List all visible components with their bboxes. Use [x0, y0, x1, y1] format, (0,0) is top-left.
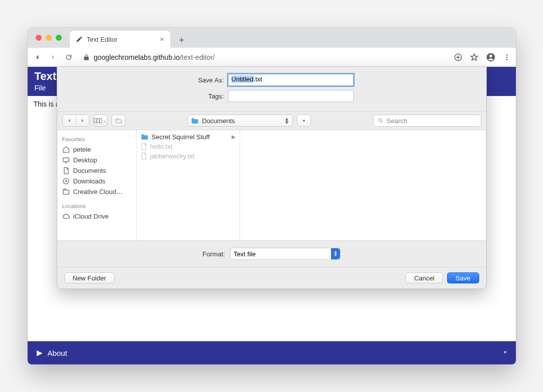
window-maximize-icon[interactable]	[56, 35, 62, 41]
finder-nav-row: ⌄ Documents ▲▼ Search	[57, 111, 486, 130]
folder-icon	[191, 118, 199, 124]
svg-rect-7	[97, 118, 99, 123]
back-button[interactable]	[33, 53, 42, 62]
search-icon	[378, 118, 384, 124]
sidebar-favorites-header: Favorites	[62, 136, 131, 142]
tags-field[interactable]	[228, 90, 354, 102]
window-controls	[32, 28, 66, 48]
menu-icon[interactable]	[503, 53, 511, 61]
sidebar-item-icloud[interactable]: iCloud Drive	[60, 211, 133, 222]
file-row[interactable]: hello.txt	[137, 142, 240, 151]
history-segment	[62, 115, 89, 127]
reload-button[interactable]	[65, 53, 73, 61]
group-icon[interactable]	[112, 115, 125, 126]
file-column-1: Secret Squirrel Stuff ▶ hello.txt jabber…	[137, 130, 240, 240]
svg-point-3	[506, 54, 507, 56]
tab-title: Text Editor	[87, 36, 118, 43]
address-bar[interactable]: googlechromelabs.github.io/text-editor/	[80, 53, 447, 61]
file-browser: Favorites petele Desktop Documents Downl…	[57, 130, 486, 241]
save-as-field[interactable]: Untitled.txt	[228, 74, 354, 86]
sidebar-item-creative-cloud[interactable]: Creative Cloud…	[60, 186, 133, 197]
svg-point-2	[489, 54, 492, 57]
file-row[interactable]: jabberwocky.txt	[137, 151, 240, 161]
new-tab-button[interactable]: +	[174, 33, 189, 48]
tags-label: Tags:	[67, 92, 228, 100]
folder-icon	[141, 134, 149, 140]
group-segment[interactable]	[112, 115, 126, 127]
app-footer: ▶ About *	[28, 341, 516, 364]
folder-row[interactable]: Secret Squirrel Stuff ▶	[137, 132, 240, 142]
save-as-label: Save As:	[67, 76, 228, 84]
collapse-button[interactable]	[297, 115, 311, 127]
sidebar-item-documents[interactable]: Documents	[60, 165, 133, 176]
svg-point-4	[506, 56, 507, 58]
save-dialog: Save As: Untitled.txt Tags: ⌄	[57, 66, 487, 289]
lock-icon	[83, 54, 90, 61]
view-segment[interactable]: ⌄	[93, 115, 107, 127]
finder-back-button[interactable]	[63, 115, 76, 126]
svg-point-10	[379, 119, 382, 122]
file-column-2	[240, 130, 486, 240]
sidebar: Favorites petele Desktop Documents Downl…	[57, 130, 137, 240]
window-minimize-icon[interactable]	[46, 35, 52, 41]
url-host: googlechromelabs.github.io	[94, 53, 180, 61]
chevron-right-icon: ▶	[232, 134, 236, 140]
svg-rect-13	[63, 190, 68, 194]
dialog-buttons: New Folder Cancel Save	[57, 267, 486, 288]
profile-icon[interactable]	[486, 52, 496, 62]
svg-point-5	[506, 59, 507, 60]
disclosure-icon[interactable]: ▶	[37, 348, 43, 357]
chevron-updown-icon: ▲▼	[331, 248, 340, 259]
location-popup[interactable]: Documents ▲▼	[187, 115, 293, 127]
url-path: /text-editor/	[180, 53, 215, 61]
tab-text-editor[interactable]: Text Editor ×	[70, 31, 170, 48]
footer-about[interactable]: About	[48, 349, 67, 357]
bookmark-icon[interactable]	[470, 53, 479, 62]
stepper-icon: ▲▼	[284, 117, 289, 124]
tab-close-icon[interactable]: ×	[160, 35, 164, 43]
format-row: Format: Text file ▲▼	[57, 241, 486, 267]
file-icon	[141, 152, 147, 160]
window-close-icon[interactable]	[36, 35, 42, 41]
forward-button[interactable]	[49, 53, 58, 62]
sidebar-item-desktop[interactable]: Desktop	[60, 155, 133, 165]
install-icon[interactable]	[454, 53, 463, 62]
tab-strip: Text Editor × +	[28, 28, 516, 48]
location-label: Documents	[202, 117, 235, 125]
modified-indicator: *	[504, 349, 507, 357]
toolbar-actions	[454, 52, 511, 62]
save-button[interactable]: Save	[447, 272, 479, 283]
file-icon	[141, 143, 147, 150]
svg-rect-9	[116, 120, 121, 123]
new-folder-button[interactable]: New Folder	[64, 272, 115, 283]
sidebar-item-home[interactable]: petele	[60, 144, 133, 155]
sidebar-locations-header: Locations	[62, 203, 131, 209]
column-view-icon[interactable]: ⌄	[94, 115, 107, 126]
search-placeholder: Search	[387, 117, 407, 125]
browser-toolbar: googlechromelabs.github.io/text-editor/	[28, 48, 516, 67]
format-select[interactable]: Text file ▲▼	[230, 248, 341, 260]
browser-window: Text Editor × + googlechromelabs.github.…	[28, 28, 516, 364]
format-label: Format:	[202, 250, 225, 258]
svg-rect-8	[99, 118, 101, 123]
svg-rect-11	[63, 158, 68, 162]
cancel-button[interactable]: Cancel	[405, 272, 443, 283]
svg-rect-6	[94, 118, 96, 123]
finder-forward-button[interactable]	[76, 115, 89, 126]
pencil-icon	[76, 36, 83, 43]
search-field[interactable]: Search	[373, 115, 481, 127]
sidebar-item-downloads[interactable]: Downloads	[60, 176, 133, 186]
